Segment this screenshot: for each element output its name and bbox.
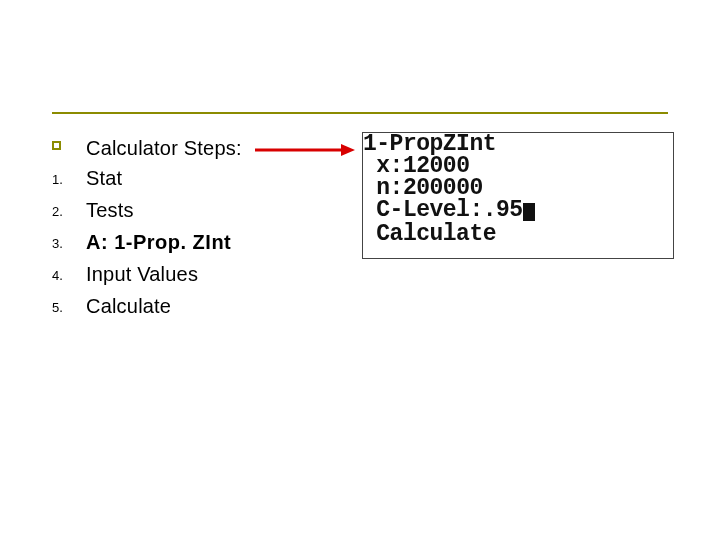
list-text: A: 1-Prop. ZInt [86, 228, 231, 256]
arrow-icon [255, 142, 355, 158]
steps-list: Calculator Steps: 1. Stat 2. Tests 3. A:… [52, 134, 242, 324]
list-item: 4. Input Values [52, 260, 242, 290]
list-number: 4. [52, 260, 86, 290]
calculator-text: 1-PropZInt x:12000 n:200000 C-Level:.95 … [363, 133, 535, 245]
calc-value: .95 [483, 197, 523, 223]
steps-title: Calculator Steps: [86, 134, 242, 162]
slide: Calculator Steps: 1. Stat 2. Tests 3. A:… [0, 0, 720, 540]
list-item: 2. Tests [52, 196, 242, 226]
calc-label: C-Level: [363, 197, 483, 223]
list-item: 3. A: 1-Prop. ZInt [52, 228, 242, 258]
svg-marker-1 [341, 144, 355, 156]
list-text: Input Values [86, 260, 198, 288]
list-number: 5. [52, 292, 86, 322]
calc-line: Calculate [363, 221, 496, 247]
list-text: Calculate [86, 292, 171, 320]
calculator-screen: 1-PropZInt x:12000 n:200000 C-Level:.95 … [362, 132, 674, 259]
title-divider [52, 112, 668, 114]
list-text: Tests [86, 196, 134, 224]
list-number: 3. [52, 228, 86, 258]
bullet-icon [52, 134, 86, 150]
cursor-icon [523, 203, 535, 221]
list-text: Stat [86, 164, 122, 192]
list-item: Calculator Steps: [52, 134, 242, 162]
list-item: 1. Stat [52, 164, 242, 194]
list-number: 2. [52, 196, 86, 226]
list-item: 5. Calculate [52, 292, 242, 322]
list-number: 1. [52, 164, 86, 194]
